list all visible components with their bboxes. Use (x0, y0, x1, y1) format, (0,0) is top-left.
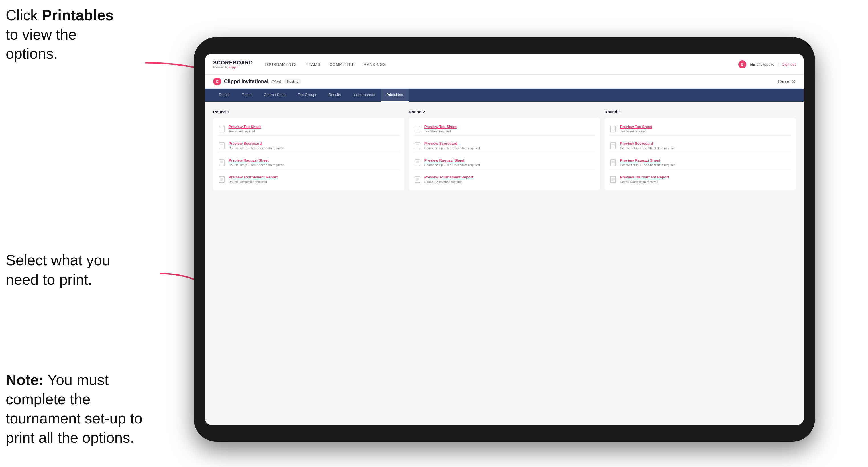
scoreboard-logo: SCOREBOARD Powered by clippd (213, 60, 253, 69)
round1-scorecard[interactable]: Preview Scorecard Course setup + Tee She… (218, 139, 400, 152)
annotation-bottom: Note: You must complete the tournament s… (6, 370, 143, 447)
tab-printables[interactable]: Printables (381, 89, 409, 102)
round3-tee-sheet[interactable]: Preview Tee Sheet Tee Sheet required (609, 122, 791, 136)
round1-tournament-report[interactable]: Preview Tournament Report Round Completi… (218, 173, 400, 186)
round-3-column: Round 3 Preview Tee Sheet Tee Sheet requ… (604, 110, 796, 416)
tab-results[interactable]: Results (323, 89, 346, 102)
round2-tee-sheet[interactable]: Preview Tee Sheet Tee Sheet required (413, 122, 596, 136)
round-1-title: Round 1 (213, 110, 404, 114)
round1-scorecard-text: Preview Scorecard Course setup + Tee She… (228, 141, 284, 150)
powered-by: Powered by clippd (213, 66, 253, 69)
nav-right: B blair@clippd.io | Sign out (738, 60, 796, 68)
document-icon-4 (218, 176, 226, 184)
tab-tee-groups[interactable]: Tee Groups (292, 89, 323, 102)
round3-tournament-report[interactable]: Preview Tournament Report Round Completi… (609, 173, 791, 186)
document-icon (218, 125, 226, 133)
tab-course-setup[interactable]: Course Setup (258, 89, 292, 102)
tab-teams[interactable]: Teams (236, 89, 258, 102)
nav-rankings[interactable]: RANKINGS (364, 61, 386, 68)
nav-committee[interactable]: COMMITTEE (330, 61, 355, 68)
document-icon-r2-3 (413, 159, 422, 167)
hosting-badge: Hosting (284, 79, 302, 84)
document-icon-r2-1 (413, 125, 422, 133)
round-1-card: Preview Tee Sheet Tee Sheet required (213, 118, 404, 190)
round-1-column: Round 1 Preview Tee Sheet (213, 110, 404, 416)
men-badge: (Men) (271, 80, 281, 84)
round1-raguzzi-text: Preview Raguzzi Sheet Course setup + Tee… (228, 158, 284, 167)
round1-tee-sheet-text: Preview Tee Sheet Tee Sheet required (228, 125, 261, 133)
round3-raguzzi[interactable]: Preview Raguzzi Sheet Course setup + Tee… (609, 156, 791, 169)
tournament-logo: C (213, 77, 221, 86)
document-icon-r3-2 (609, 142, 617, 150)
round1-report-text: Preview Tournament Report Round Completi… (228, 175, 278, 184)
round-2-card: Preview Tee Sheet Tee Sheet required Pre… (409, 118, 600, 190)
top-nav: SCOREBOARD Powered by clippd TOURNAMENTS… (205, 54, 804, 75)
sign-out-link[interactable]: Sign out (782, 62, 796, 66)
user-email: blair@clippd.io (750, 62, 774, 66)
round2-tournament-report[interactable]: Preview Tournament Report Round Completi… (413, 173, 596, 186)
document-icon-2 (218, 142, 226, 150)
round-3-card: Preview Tee Sheet Tee Sheet required Pre… (604, 118, 796, 190)
annotation-top: Click Printables to view the options. (6, 6, 125, 64)
document-icon-3 (218, 159, 226, 167)
nav-teams[interactable]: TEAMS (306, 61, 320, 68)
tablet-frame: SCOREBOARD Powered by clippd TOURNAMENTS… (194, 37, 815, 442)
document-icon-r2-2 (413, 142, 422, 150)
document-icon-r3-1 (609, 125, 617, 133)
round-2-column: Round 2 Preview Tee Sheet Tee Sheet requ… (409, 110, 600, 416)
user-avatar: B (738, 60, 746, 68)
nav-links: TOURNAMENTS TEAMS COMMITTEE RANKINGS (265, 61, 738, 68)
nav-tournaments[interactable]: TOURNAMENTS (265, 61, 297, 68)
round1-raguzzi[interactable]: Preview Raguzzi Sheet Course setup + Tee… (218, 156, 400, 169)
round2-scorecard[interactable]: Preview Scorecard Course setup + Tee She… (413, 139, 596, 152)
tab-details[interactable]: Details (213, 89, 236, 102)
round-2-title: Round 2 (409, 110, 600, 114)
round-3-title: Round 3 (604, 110, 796, 114)
document-icon-r3-3 (609, 159, 617, 167)
round1-tee-sheet[interactable]: Preview Tee Sheet Tee Sheet required (218, 122, 400, 136)
annotation-middle: Select what you need to print. (6, 251, 110, 289)
document-icon-r3-4 (609, 176, 617, 184)
document-icon-r2-4 (413, 176, 422, 184)
round3-scorecard[interactable]: Preview Scorecard Course setup + Tee She… (609, 139, 791, 152)
tournament-title: Clippd Invitational (Men) (224, 79, 281, 85)
tablet-screen: SCOREBOARD Powered by clippd TOURNAMENTS… (205, 54, 804, 425)
tab-bar: Details Teams Course Setup Tee Groups Re… (205, 89, 804, 102)
sub-header: C Clippd Invitational (Men) Hosting Canc… (205, 75, 804, 89)
tab-leaderboards[interactable]: Leaderboards (346, 89, 381, 102)
round2-raguzzi[interactable]: Preview Raguzzi Sheet Course setup + Tee… (413, 156, 596, 169)
cancel-button[interactable]: Cancel ✕ (778, 79, 796, 84)
content-area: Round 1 Preview Tee Sheet (205, 102, 804, 425)
scoreboard-title: SCOREBOARD (213, 60, 253, 66)
